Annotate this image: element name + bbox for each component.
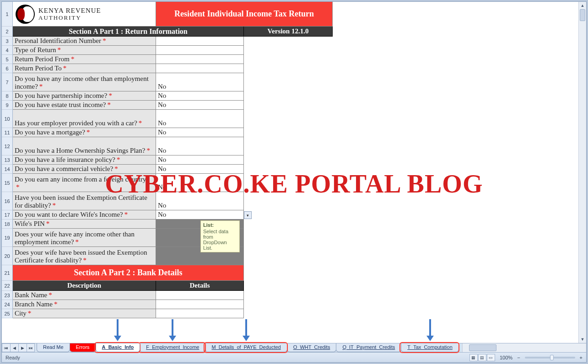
row-header[interactable]: 4 xyxy=(2,46,13,55)
row-header[interactable]: 2 xyxy=(2,27,13,37)
form-title: Resident Individual Income Tax Return xyxy=(156,2,333,27)
zoom-slider[interactable] xyxy=(525,357,575,359)
field-value[interactable] xyxy=(156,55,244,64)
field-label: Do you have estate trust income?* xyxy=(13,101,156,110)
tab-first-icon[interactable]: ⏮ xyxy=(2,343,10,352)
row-header[interactable]: 6 xyxy=(2,64,13,73)
field-value[interactable] xyxy=(156,309,244,318)
dropdown-button[interactable] xyxy=(244,211,252,219)
field-value[interactable]: No xyxy=(156,101,244,110)
page-layout-view-icon[interactable]: ▤ xyxy=(478,354,486,361)
scroll-down-icon[interactable]: ▼ xyxy=(579,336,586,343)
lion-logo-icon xyxy=(16,5,35,24)
row-header[interactable]: 12 xyxy=(2,137,13,155)
field-label: Do you have a Home Ownership Savings Pla… xyxy=(13,137,156,155)
field-label: Branch Name* xyxy=(13,300,156,309)
field-value[interactable] xyxy=(156,300,244,309)
field-label: Return Period To* xyxy=(13,64,156,73)
kra-logo-cell: KENYA REVENUE AUTHORITY xyxy=(13,2,156,27)
field-label: City* xyxy=(13,309,156,318)
col-description-header: Description xyxy=(13,281,156,291)
zoom-level[interactable]: 100% xyxy=(500,355,512,360)
sheet-tab-strip: ⏮ ◀ ▶ ⏭ Read MeErrorsA_Basic_InfoF_Emplo… xyxy=(2,343,586,352)
normal-view-icon[interactable]: ▦ xyxy=(469,354,478,361)
row-header[interactable]: 17 xyxy=(2,210,13,219)
row-header[interactable]: 19 xyxy=(2,229,13,247)
field-label: Do you earn any income from a foreign co… xyxy=(13,174,156,192)
field-value[interactable]: No xyxy=(156,128,244,137)
tab-last-icon[interactable]: ⏭ xyxy=(27,343,35,352)
page-break-view-icon[interactable]: ▭ xyxy=(487,354,495,361)
row-header[interactable]: 23 xyxy=(2,291,13,300)
logo-text: KENYA REVENUE AUTHORITY xyxy=(38,7,101,21)
row-header[interactable]: 18 xyxy=(2,219,13,229)
row-header[interactable]: 15 xyxy=(2,174,13,192)
row-header[interactable]: 10 xyxy=(2,110,13,128)
field-value[interactable]: No xyxy=(156,174,244,192)
zoom-in-icon[interactable]: + xyxy=(580,355,583,360)
field-value[interactable]: No xyxy=(156,73,244,91)
sheet-tab-read me[interactable]: Read Me xyxy=(37,343,70,352)
section-a1-header: Section A Part 1 : Return Information xyxy=(13,27,244,37)
row-header[interactable]: 7 xyxy=(2,73,13,91)
field-label: Does your wife have been issued the Exem… xyxy=(13,247,156,265)
view-buttons[interactable]: ▦ ▤ ▭ xyxy=(469,354,495,361)
sheet-tab-a_basic_info[interactable]: A_Basic_Info xyxy=(96,343,140,352)
sheet-tab-f_employment_income[interactable]: F_Employment_Income xyxy=(140,343,205,352)
row-header[interactable]: 21 xyxy=(2,265,13,281)
field-label: Do you have a life insurance policy?* xyxy=(13,155,156,165)
vertical-scrollbar[interactable]: ▲ ▼ xyxy=(578,2,586,343)
field-label: Do you have a mortgage?* xyxy=(13,128,156,137)
tab-next-icon[interactable]: ▶ xyxy=(18,343,27,352)
field-label: Do you have partnership income?* xyxy=(13,91,156,101)
field-label: Does your wife have any income other tha… xyxy=(13,229,156,247)
field-label: Do you have any income other than employ… xyxy=(13,73,156,91)
tab-nav-buttons: ⏮ ◀ ▶ ⏭ xyxy=(2,343,35,352)
sheet-tab-m_details_of_paye_deducted[interactable]: M_Details_of_PAYE_Deducted xyxy=(205,343,287,352)
sheet-tab-t_tax_computation[interactable]: T_Tax_Computation xyxy=(401,343,459,352)
field-value[interactable] xyxy=(156,291,244,300)
field-value[interactable]: No xyxy=(156,91,244,101)
row-header[interactable]: 1 xyxy=(2,2,13,27)
section-a2-header: Section A Part 2 : Bank Details xyxy=(13,265,244,281)
sheet-tab-errors[interactable]: Errors xyxy=(70,343,96,352)
row-header[interactable]: 8 xyxy=(2,91,13,101)
field-value[interactable]: No xyxy=(156,165,244,174)
field-value[interactable]: No xyxy=(156,210,244,219)
row-header[interactable]: 16 xyxy=(2,192,13,210)
field-label: Have you been issued the Exemption Certi… xyxy=(13,192,156,210)
validation-tooltip: List: Select data from DropDown List. xyxy=(200,220,240,252)
tab-prev-icon[interactable]: ◀ xyxy=(10,343,18,352)
field-value[interactable]: No xyxy=(156,192,244,210)
row-header[interactable]: 11 xyxy=(2,128,13,137)
field-value[interactable] xyxy=(156,64,244,73)
row-header[interactable]: 5 xyxy=(2,55,13,64)
status-bar: Ready ▦ ▤ ▭ 100% − + xyxy=(2,352,586,362)
zoom-out-icon[interactable]: − xyxy=(517,355,520,360)
field-value[interactable] xyxy=(156,46,244,55)
field-label: Do you want to declare Wife's Income?* xyxy=(13,210,156,219)
row-header[interactable]: 25 xyxy=(2,309,13,318)
row-header[interactable]: 22 xyxy=(2,281,13,291)
row-header[interactable]: 13 xyxy=(2,155,13,165)
sheet-tab-o_wht_credits[interactable]: O_WHT_Credits xyxy=(287,343,337,352)
horizontal-scrollbar[interactable] xyxy=(462,343,586,352)
row-header[interactable]: 9 xyxy=(2,101,13,110)
field-value[interactable]: No xyxy=(156,137,244,155)
col-details-header: Details xyxy=(156,281,244,291)
field-value[interactable]: No xyxy=(156,110,244,128)
sheet-tab-q_it_payment_credits[interactable]: Q_IT_Payment_Credits xyxy=(336,343,401,352)
row-header[interactable]: 3 xyxy=(2,37,13,46)
field-label: Bank Name* xyxy=(13,291,156,300)
row-header[interactable]: 14 xyxy=(2,165,13,174)
version-cell: Version 12.1.0 xyxy=(244,27,333,37)
field-value[interactable] xyxy=(156,37,244,46)
field-label: Do you have a commercial vehicle?* xyxy=(13,165,156,174)
scroll-up-icon[interactable]: ▲ xyxy=(579,2,586,9)
field-label: Return Period From* xyxy=(13,55,156,64)
row-header[interactable]: 20 xyxy=(2,247,13,265)
scrollbar-thumb[interactable] xyxy=(580,9,585,21)
field-value[interactable]: No xyxy=(156,155,244,165)
row-header[interactable]: 24 xyxy=(2,300,13,309)
field-label: Wife's PIN* xyxy=(13,219,156,229)
